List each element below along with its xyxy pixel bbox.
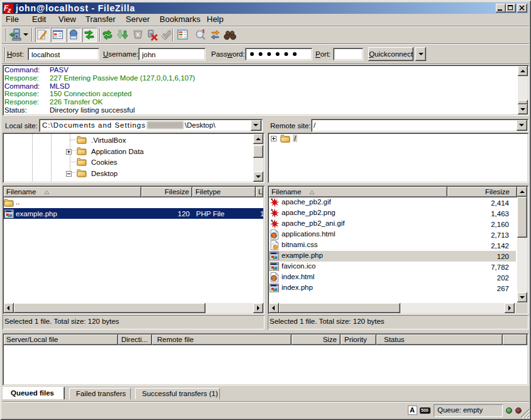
svg-text:z: z xyxy=(7,6,11,14)
